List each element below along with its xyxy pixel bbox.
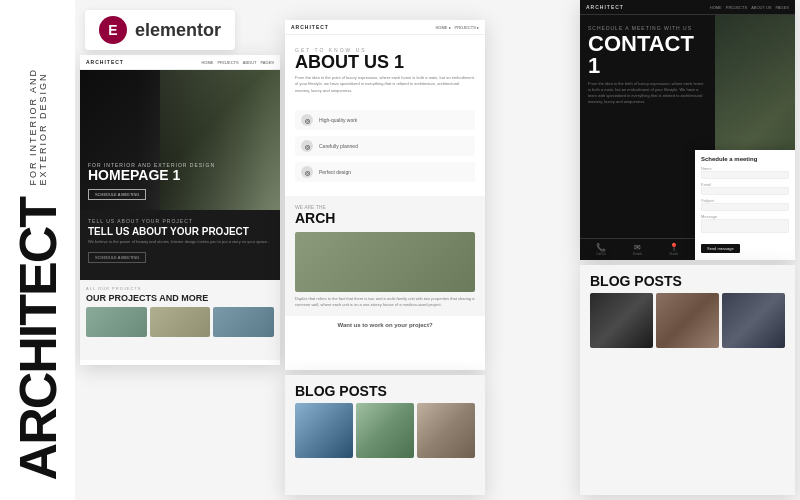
contact-nav-link-projects: PROJECTS — [726, 5, 747, 10]
blog2-image-1 — [590, 293, 653, 348]
strip-images — [86, 307, 274, 337]
about-nav-logo: ARCHITECT — [291, 24, 329, 30]
panel-blog1: BLOG POSTS — [285, 375, 485, 495]
sidebar-tagline: FOR INTERIOR AND EXTERIOR DESIGN — [28, 20, 48, 186]
footer-email: ✉ Emails — [620, 243, 654, 256]
strip-title: OUR PROJECTS AND MORE — [86, 293, 274, 303]
footer-address-text: Studio — [657, 252, 691, 256]
feature-item-3: ◎ Perfect design — [295, 162, 475, 182]
panel-blog2: BLOG POSTS — [580, 265, 795, 495]
form-input-message[interactable] — [701, 219, 789, 233]
strip-image-3 — [213, 307, 274, 337]
form-field-email: Email — [701, 182, 789, 195]
feature-icon-2: ◎ — [301, 140, 313, 152]
feature-item-2: ◎ Carefully planned — [295, 136, 475, 156]
homepage-nav-link-pages: PAGES — [261, 60, 275, 65]
elementor-badge: E elementor — [85, 10, 235, 50]
blog2-images — [580, 293, 795, 354]
phone-icon: 📞 — [584, 243, 618, 252]
about-nav: ARCHITECT HOME ▸ PROJECTS ▸ — [285, 20, 485, 35]
form-field-subject: Subject — [701, 198, 789, 211]
main-content: E elementor ARCHITECT HOME PROJECTS ABOU… — [75, 0, 800, 500]
feature-text-3: Perfect design — [319, 169, 351, 175]
about-nav-link-home: HOME ▸ — [435, 25, 450, 30]
panel-homepage: ARCHITECT HOME PROJECTS ABOUT PAGES FOR … — [80, 55, 280, 365]
project-btn[interactable]: SCHEDULE A MEETING — [88, 252, 146, 263]
strip-label: ALL OUR PROJECTS — [86, 286, 274, 291]
form-title: Schedule a meeting — [701, 156, 789, 162]
arch-section: WE ARE THE ARCH Duplex that refers to th… — [285, 196, 485, 316]
project-text: We believe in the power of beauty and st… — [88, 239, 272, 245]
homepage-nav-logo: ARCHITECT — [86, 59, 124, 65]
homepage-hero: FOR INTERIOR AND EXTERIOR DESIGN HOMEPAG… — [80, 70, 280, 210]
left-sidebar: FOR INTERIOR AND EXTERIOR DESIGN ARCHITE… — [0, 0, 75, 500]
footer-address: 📍 Studio — [657, 243, 691, 256]
blog2-title: BLOG POSTS — [590, 273, 785, 289]
homepage-nav: ARCHITECT HOME PROJECTS ABOUT PAGES — [80, 55, 280, 70]
feature-item-1: ◎ High-quality work — [295, 110, 475, 130]
about-nav-links: HOME ▸ PROJECTS ▸ — [435, 25, 479, 30]
hero-cta-button[interactable]: SCHEDULE A MEETING — [88, 189, 146, 200]
blog1-image-1 — [295, 403, 353, 458]
homepage-project-section: TELL US ABOUT YOUR PROJECT TELL US ABOUT… — [80, 210, 280, 280]
homepage-bottom-strip: ALL OUR PROJECTS OUR PROJECTS AND MORE — [80, 280, 280, 360]
elementor-icon: E — [99, 16, 127, 44]
footer-email-text: Emails — [620, 252, 654, 256]
hero-title: HOMEPAGE 1 — [88, 168, 215, 182]
arch-text: Duplex that refers to the fact that ther… — [295, 296, 475, 308]
contact-footer: 📞 Call Us ✉ Emails 📍 Studio — [580, 238, 695, 260]
blog1-image-3 — [417, 403, 475, 458]
arch-title: ARCH — [295, 210, 475, 226]
project-heading: TELL US ABOUT YOUR PROJECT — [88, 226, 272, 237]
elementor-label: elementor — [135, 20, 221, 41]
about-cta-text: Want us to work on your project? — [295, 322, 475, 328]
about-nav-link-projects: PROJECTS ▸ — [455, 25, 479, 30]
sidebar-brand: ARCHITECT — [12, 198, 64, 480]
blog1-header: BLOG POSTS — [285, 375, 485, 403]
email-icon: ✉ — [620, 243, 654, 252]
homepage-nav-link-about: ABOUT — [243, 60, 257, 65]
footer-call-text: Call Us — [584, 252, 618, 256]
hero-text-overlay: FOR INTERIOR AND EXTERIOR DESIGN HOMEPAG… — [88, 162, 215, 200]
feature-text-2: Carefully planned — [319, 143, 358, 149]
panel-about: ARCHITECT HOME ▸ PROJECTS ▸ GET TO KNOW … — [285, 20, 485, 370]
feature-icon-3: ◎ — [301, 166, 313, 178]
strip-image-1 — [86, 307, 147, 337]
feature-icon-1: ◎ — [301, 114, 313, 126]
blog1-title: BLOG POSTS — [295, 383, 475, 399]
feature-text-1: High-quality work — [319, 117, 357, 123]
contact-nav-link-home: HOME — [710, 5, 722, 10]
location-icon: 📍 — [657, 243, 691, 252]
contact-nav-logo: ARCHITECT — [586, 4, 624, 10]
blog2-image-3 — [722, 293, 785, 348]
homepage-nav-link-home: HOME — [201, 60, 213, 65]
about-header: GET TO KNOW US ABOUT US 1 From the idea … — [285, 35, 485, 102]
blog1-image-2 — [356, 403, 414, 458]
contact-title: CONTACT 1 — [588, 33, 707, 77]
homepage-nav-links: HOME PROJECTS ABOUT PAGES — [201, 60, 274, 65]
contact-text: From the idea to the birth of luxury exp… — [588, 81, 707, 105]
form-input-name[interactable] — [701, 171, 789, 179]
contact-nav-links: HOME PROJECTS ABOUT US PAGES — [710, 5, 789, 10]
contact-nav-link-pages: PAGES — [776, 5, 790, 10]
contact-nav-link-about: ABOUT US — [751, 5, 771, 10]
blog2-image-2 — [656, 293, 719, 348]
form-input-subject[interactable] — [701, 203, 789, 211]
form-input-email[interactable] — [701, 187, 789, 195]
panel-contact: ARCHITECT HOME PROJECTS ABOUT US PAGES S… — [580, 0, 795, 260]
blog2-header: BLOG POSTS — [580, 265, 795, 293]
form-field-name: Name — [701, 166, 789, 179]
project-label: TELL US ABOUT YOUR PROJECT — [88, 218, 272, 224]
about-text: From the idea to the point of luxury exp… — [295, 75, 475, 94]
contact-nav: ARCHITECT HOME PROJECTS ABOUT US PAGES — [580, 0, 795, 15]
form-submit-button[interactable]: Send message — [701, 244, 740, 253]
form-field-message: Message — [701, 214, 789, 233]
strip-image-2 — [150, 307, 211, 337]
about-cta-section: Want us to work on your project? — [285, 316, 485, 334]
homepage-nav-link-projects: PROJECTS — [217, 60, 238, 65]
screenshots-container: E elementor ARCHITECT HOME PROJECTS ABOU… — [75, 0, 800, 500]
arch-image — [295, 232, 475, 292]
blog1-images — [285, 403, 485, 464]
about-title: ABOUT US 1 — [295, 53, 475, 71]
footer-call: 📞 Call Us — [584, 243, 618, 256]
